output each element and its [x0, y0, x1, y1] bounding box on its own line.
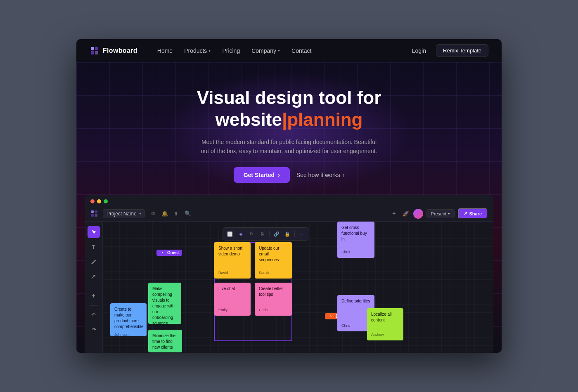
cursor-guest: Guest — [156, 250, 182, 256]
tools-separator-2 — [90, 305, 98, 306]
browser-window: Flowboard Home Products ▾ Pricing Compan… — [76, 39, 502, 353]
canvas-area: T + — [85, 222, 493, 353]
tools-separator — [90, 286, 98, 286]
app-mock: Project Name ▾ ⚙ 🔔 ⬆ 🔍 ✦ 🚀 Present ▾ — [85, 195, 493, 353]
sel-divider-2 — [294, 231, 295, 237]
nav-item-company[interactable]: Company ▾ — [246, 45, 285, 57]
chevron-down-icon: ▾ — [448, 212, 450, 216]
pen-tool[interactable] — [88, 255, 100, 268]
arrow-right-icon: › — [278, 172, 280, 178]
traffic-lights — [85, 195, 493, 206]
undo-tool[interactable] — [88, 309, 100, 321]
maximize-dot[interactable] — [104, 199, 108, 203]
search-icon[interactable]: 🔍 — [184, 210, 192, 218]
hero-section: Visual design tool for website|planning … — [76, 62, 502, 353]
arrow-tool[interactable] — [88, 270, 100, 283]
selection-toolbar: ⬜ ◈ ↻ ⎘ 🔗 🔒 ··· — [223, 227, 309, 241]
svg-rect-7 — [95, 214, 97, 217]
sticky-note-s1[interactable]: Show a short video demo David — [214, 242, 251, 279]
share-button[interactable]: ↗ Share — [458, 208, 488, 219]
share-icon: ↗ — [464, 211, 467, 216]
redo-tool[interactable] — [88, 324, 100, 336]
sticky-note-s3[interactable]: Live chat Emily — [214, 283, 251, 316]
cursor-tool[interactable] — [88, 226, 100, 238]
svg-rect-2 — [91, 51, 94, 54]
svg-rect-5 — [95, 210, 97, 213]
canvas[interactable]: ⬜ ◈ ↻ ⎘ 🔗 🔒 ··· Guest — [103, 222, 493, 353]
svg-rect-0 — [91, 47, 94, 50]
sticky-note-s10[interactable]: Localize all content Andrew — [367, 308, 403, 340]
copy-sel-icon[interactable]: ⎘ — [258, 229, 267, 239]
sel-divider — [269, 231, 270, 237]
project-name-input[interactable]: Project Name ▾ — [103, 209, 145, 218]
frame-sel-icon[interactable]: ⬜ — [225, 229, 235, 239]
minimize-dot[interactable] — [97, 199, 101, 203]
company-chevron-icon: ▾ — [278, 48, 280, 53]
chevron-right-icon: › — [343, 172, 345, 178]
svg-rect-3 — [95, 51, 98, 54]
wand-icon[interactable]: ✦ — [390, 210, 398, 218]
more-sel-icon[interactable]: ··· — [297, 229, 306, 239]
remix-template-button[interactable]: Remix Template — [436, 44, 488, 57]
upload-icon[interactable]: ⬆ — [172, 210, 180, 218]
get-started-button[interactable]: Get Started › — [234, 167, 290, 183]
navbar: Flowboard Home Products ▾ Pricing Compan… — [76, 39, 502, 62]
logo-area[interactable]: Flowboard — [90, 46, 137, 56]
nav-links: Home Products ▾ Pricing Company ▾ Contac… — [152, 45, 407, 57]
nav-item-home[interactable]: Home — [152, 45, 178, 57]
see-how-button[interactable]: See how it works › — [296, 172, 345, 178]
app-toolbar: Project Name ▾ ⚙ 🔔 ⬆ 🔍 ✦ 🚀 Present ▾ — [85, 206, 493, 222]
link-sel-icon[interactable]: 🔗 — [272, 229, 281, 239]
svg-rect-1 — [95, 47, 98, 50]
close-dot[interactable] — [90, 199, 95, 203]
rotate-sel-icon[interactable]: ↻ — [247, 229, 256, 239]
nav-item-products[interactable]: Products ▾ — [179, 45, 216, 57]
nav-actions: Login Remix Template — [407, 44, 488, 57]
hero-buttons: Get Started › See how it works › — [93, 167, 485, 183]
nav-item-contact[interactable]: Contact — [287, 45, 316, 57]
rocket-icon[interactable]: 🚀 — [402, 210, 410, 218]
app-logo-icon — [90, 210, 99, 218]
avatar[interactable] — [413, 209, 423, 219]
dropdown-arrow-icon: ▾ — [139, 211, 141, 216]
add-tool[interactable]: + — [88, 290, 100, 302]
settings-icon[interactable]: ⚙ — [149, 210, 157, 218]
hero-subtitle: Meet the modern standard for public faci… — [198, 137, 380, 156]
sticky-note-s8[interactable]: Get cross functional buy in Chris — [337, 222, 374, 258]
bell-icon[interactable]: 🔔 — [161, 210, 169, 218]
lock-sel-icon[interactable]: 🔒 — [283, 229, 292, 239]
tools-panel: T + — [85, 222, 103, 353]
products-chevron-icon: ▾ — [208, 48, 211, 53]
sticky-note-s6[interactable]: Create to make our product more comprehe… — [110, 303, 147, 336]
hero-content: Visual design tool for website|planning … — [76, 62, 502, 195]
present-button[interactable]: Present ▾ — [426, 209, 455, 218]
sticky-note-s7[interactable]: Minimize the time to find new clients — [148, 330, 182, 352]
toolbar-icons: ⚙ 🔔 ⬆ 🔍 — [149, 210, 192, 218]
hero-title: Visual design tool for website|planning — [93, 87, 485, 131]
logo-text: Flowboard — [103, 47, 137, 54]
svg-rect-6 — [91, 214, 94, 217]
nav-item-pricing[interactable]: Pricing — [217, 45, 245, 57]
sticky-note-s5[interactable]: Make compelling visuals to engage with o… — [148, 283, 181, 324]
text-tool[interactable]: T — [88, 241, 100, 253]
sticky-note-s4[interactable]: Create better tool tips Chris — [255, 283, 292, 316]
logo-icon — [90, 46, 99, 56]
toolbar-right: ✦ 🚀 Present ▾ ↗ Share — [390, 208, 488, 219]
component-sel-icon[interactable]: ◈ — [236, 229, 245, 239]
login-button[interactable]: Login — [407, 45, 431, 57]
sticky-note-s2[interactable]: Update our email sequences Sarah — [255, 242, 292, 279]
svg-rect-4 — [91, 210, 94, 213]
